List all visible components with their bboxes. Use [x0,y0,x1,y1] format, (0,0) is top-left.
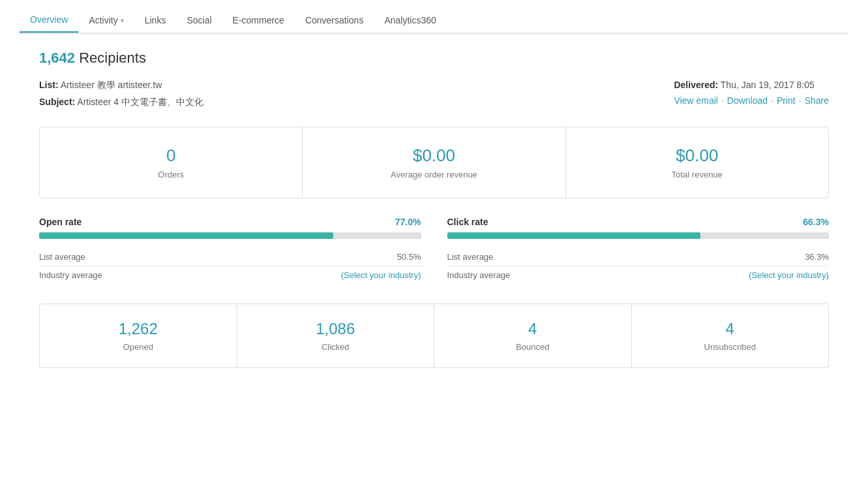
subject-label: Subject: [39,97,75,107]
meta-right: Delivered: Thu, Jan 19, 2017 8:05 View e… [674,80,829,108]
total-revenue-value: $0.00 [579,146,815,166]
bottom-stat-opened: 1,262 Opened [40,304,237,367]
stat-box-avg-order-revenue: $0.00 Average order revenue [303,127,565,198]
open-rate-progress-bg [39,232,421,239]
stat-box-orders: 0 Orders [40,127,303,198]
meta-section: List: Artisteer 教學 artisteer.tw Subject:… [39,80,829,108]
orders-value: 0 [53,146,289,166]
nav-item-analytics360[interactable]: Analytics360 [374,8,446,32]
bottom-stat-clicked: 1,086 Clicked [237,304,435,367]
click-rate-list-avg-value: 36.3% [805,252,829,262]
delivered-value: Thu, Jan 19, 2017 8:05 [721,80,815,90]
click-rate-industry-avg-label: Industry average [447,270,511,280]
recipients-label: Recipients [79,50,146,66]
open-rate-list-avg-label: List average [39,252,85,262]
click-rate-list-avg-label: List average [447,252,494,262]
nav-item-links[interactable]: Links [134,8,177,32]
bottom-stat-bounced: 4 Bounced [434,304,632,367]
click-rate-list-avg-row: List average 36.3% [447,248,830,266]
nav-bar: Overview Activity ▾ Links Social E-comme… [20,0,848,33]
click-rate-industry-avg-row: Industry average (Select your industry) [447,266,830,284]
click-rate-block: Click rate 66.3% List average 36.3% Indu… [447,217,830,284]
nav-item-activity[interactable]: Activity ▾ [78,8,134,32]
share-link[interactable]: Share [805,95,829,106]
stat-box-total-revenue: $0.00 Total revenue [566,127,828,198]
top-stats-boxes: 0 Orders $0.00 Average order revenue $0.… [39,127,829,198]
open-rate-title: Open rate [39,217,82,227]
sep-1: · [721,95,724,106]
meta-delivered-row: Delivered: Thu, Jan 19, 2017 8:05 [674,80,829,90]
nav-item-social[interactable]: Social [176,8,222,32]
open-rate-list-avg-value: 50.5% [397,252,421,262]
bottom-stats-boxes: 1,262 Opened 1,086 Clicked 4 Bounced 4 U… [39,303,829,368]
click-rate-header: Click rate 66.3% [447,217,830,227]
list-label: List: [39,80,59,90]
bounced-value: 4 [447,320,618,338]
sep-3: · [799,95,801,106]
open-rate-progress-fill [39,232,333,239]
clicked-label: Clicked [250,342,421,352]
nav-item-conversations[interactable]: Conversations [295,8,374,32]
main-content: 1,642 Recipients List: Artisteer 教學 arti… [20,34,848,384]
orders-label: Orders [53,170,289,179]
meta-list-row: List: Artisteer 教學 artisteer.tw [39,80,203,91]
click-rate-progress-fill [447,232,700,239]
delivered-label: Delivered: [674,80,718,90]
click-rate-value: 66.3% [803,217,829,227]
meta-links: View email · Download · Print · Share [674,95,829,106]
click-rate-select-industry-link[interactable]: (Select your industry) [749,270,829,280]
avg-order-revenue-label: Average order revenue [316,170,552,179]
list-value: Artisteer 教學 artisteer.tw [61,80,162,90]
bounced-label: Bounced [447,342,618,352]
recipients-count: 1,642 [39,50,75,66]
meta-left: List: Artisteer 教學 artisteer.tw Subject:… [39,80,203,108]
click-rate-progress-bg [447,232,830,239]
open-rate-header: Open rate 77.0% [39,217,421,227]
open-rate-list-avg-row: List average 50.5% [39,248,421,266]
view-email-link[interactable]: View email [674,95,717,106]
print-link[interactable]: Print [777,95,796,106]
clicked-value: 1,086 [250,320,421,338]
open-rate-value: 77.0% [395,217,421,227]
sep-2: · [771,95,773,106]
download-link[interactable]: Download [727,95,768,106]
unsubscribed-value: 4 [645,320,816,338]
recipients-heading: 1,642 Recipients [39,50,829,67]
rates-section: Open rate 77.0% List average 50.5% Indus… [39,217,829,284]
opened-label: Opened [53,342,224,352]
open-rate-industry-avg-label: Industry average [39,270,102,280]
avg-order-revenue-value: $0.00 [316,146,552,166]
unsubscribed-label: Unsubscribed [645,342,816,352]
chevron-down-icon: ▾ [121,17,124,24]
open-rate-select-industry-link[interactable]: (Select your industry) [341,270,421,280]
click-rate-title: Click rate [447,217,488,227]
opened-value: 1,262 [53,320,224,338]
total-revenue-label: Total revenue [579,170,815,179]
nav-item-overview[interactable]: Overview [20,8,78,33]
subject-value: Artisteer 4 中文電子書、中文化 [77,97,203,107]
meta-subject-row: Subject: Artisteer 4 中文電子書、中文化 [39,97,203,108]
open-rate-block: Open rate 77.0% List average 50.5% Indus… [39,217,421,284]
nav-item-ecommerce[interactable]: E-commerce [222,8,295,32]
bottom-stat-unsubscribed: 4 Unsubscribed [632,304,829,367]
open-rate-industry-avg-row: Industry average (Select your industry) [39,266,421,284]
